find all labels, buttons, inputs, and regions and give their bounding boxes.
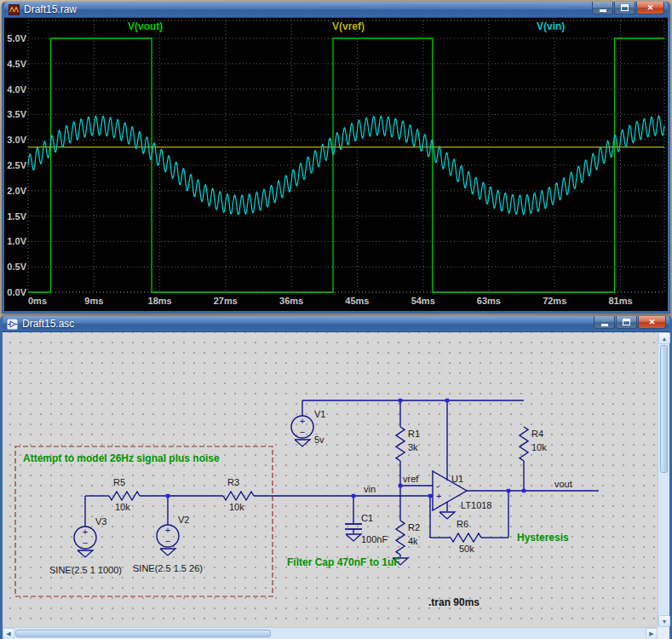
component-R1[interactable]: R13k <box>396 427 420 461</box>
schematic-window-titlebar[interactable]: Draft15.asc ✕ <box>3 316 669 332</box>
y-tick-label: 3.0V <box>7 135 26 145</box>
net-label-vout[interactable]: vout <box>554 479 572 489</box>
value-V3: SINE(2.5 1 1000) <box>49 565 122 575</box>
value-U1: LT1018 <box>461 500 492 510</box>
minimize-icon <box>601 324 608 326</box>
y-tick-label: 4.0V <box>7 84 26 95</box>
schematic-client-area: R13kR24kR410kR510kR310kR650k+−V15v+−V3SI… <box>3 332 669 639</box>
window-controls: ✕ <box>592 2 664 14</box>
close-button[interactable]: ✕ <box>636 2 664 14</box>
wire-junction <box>445 399 449 402</box>
net-label-vref[interactable]: vref <box>403 474 419 484</box>
value-R5: 10k <box>115 502 130 512</box>
horizontal-scrollbar-thumb[interactable] <box>15 630 271 637</box>
legend-V(vout)[interactable]: V(vout) <box>128 20 163 32</box>
close-button[interactable]: ✕ <box>638 316 666 329</box>
scroll-down-icon[interactable]: ▼ <box>658 615 670 627</box>
annotation-text[interactable]: Hysteresis <box>517 532 569 544</box>
horizontal-scrollbar[interactable]: ◀ ▶ <box>3 627 658 639</box>
svg-text:+: + <box>165 525 170 535</box>
y-tick-label: 2.5V <box>7 160 26 170</box>
window-controls: ✕ <box>594 316 666 329</box>
svg-text:+: + <box>436 491 441 501</box>
value-R3: 10k <box>229 502 244 512</box>
value-R2: 4k <box>408 536 418 546</box>
scroll-right-icon[interactable]: ▶ <box>646 628 658 639</box>
waveform-plot-canvas[interactable]: 5.0V4.5V4.0V3.5V3.0V2.5V2.0V1.5V1.0V0.5V… <box>4 18 668 311</box>
wire-junction <box>399 484 402 487</box>
ground-symbol[interactable] <box>439 512 455 519</box>
y-tick-label: 5.0V <box>7 33 26 43</box>
label-R6: R6 <box>457 519 468 529</box>
scroll-up-icon[interactable]: ▲ <box>658 332 670 344</box>
wire-junction <box>507 489 510 492</box>
y-tick-label: 0.5V <box>7 262 26 272</box>
x-tick-label: 18ms <box>148 296 172 306</box>
y-tick-label: 4.5V <box>7 59 26 69</box>
component-R5[interactable]: R510k <box>109 477 140 512</box>
svg-text:−: − <box>300 427 305 437</box>
wire-junction <box>166 494 169 498</box>
wire-junction <box>522 489 526 492</box>
ground-symbol[interactable] <box>295 440 310 446</box>
y-tick-label: 0.0V <box>7 287 26 297</box>
net-label-vin[interactable]: vin <box>364 484 376 494</box>
value-R1: 3k <box>408 442 418 452</box>
annotation-text[interactable]: Attempt to model 26Hz signal plus noise <box>23 452 220 464</box>
svg-text:-: - <box>436 481 439 491</box>
maximize-icon <box>621 4 629 11</box>
x-tick-label: 9ms <box>84 296 103 306</box>
waveform-window-titlebar[interactable]: Draft15.raw ✕ <box>4 2 668 18</box>
label-R5: R5 <box>113 477 125 487</box>
x-tick-label: 54ms <box>411 296 435 306</box>
component-R2[interactable]: R24k <box>396 521 420 555</box>
maximize-icon <box>623 319 630 325</box>
schematic-canvas[interactable]: R13kR24kR410kR510kR310kR650k+−V15v+−V3SI… <box>3 332 658 627</box>
spice-directive[interactable]: .tran 90ms <box>428 596 480 608</box>
ground-symbol[interactable] <box>346 534 361 541</box>
y-tick-label: 1.5V <box>7 211 26 222</box>
value-C1: 100nF <box>361 534 388 544</box>
label-V2: V2 <box>178 515 189 525</box>
scrollbar-corner <box>658 627 669 639</box>
maximize-button[interactable] <box>616 316 637 329</box>
label-U1: U1 <box>451 474 463 484</box>
component-R4[interactable]: R410k <box>520 427 547 461</box>
annotation-text[interactable]: Filter Cap 470nF to 1uF <box>287 556 400 568</box>
legend-V(vin)[interactable]: V(vin) <box>537 20 565 32</box>
label-C1: C1 <box>361 513 373 523</box>
ground-symbol[interactable] <box>160 549 175 556</box>
label-R4: R4 <box>531 429 543 439</box>
x-tick-label: 27ms <box>214 296 238 306</box>
ground-symbol[interactable] <box>78 550 93 557</box>
x-tick-label: 45ms <box>345 296 369 306</box>
vertical-scrollbar[interactable]: ▲ ▼ <box>658 332 669 627</box>
waveform-window: Draft15.raw ✕ 5.0V4.5V4.0V3.5V3.0V2.5V2.… <box>2 2 670 314</box>
component-R6[interactable]: R650k <box>451 519 481 554</box>
x-tick-label: 81ms <box>608 296 632 306</box>
vertical-scrollbar-thumb[interactable] <box>660 345 668 473</box>
label-V3: V3 <box>95 516 106 527</box>
schematic-file-icon <box>7 319 18 330</box>
minimize-button[interactable] <box>592 2 613 14</box>
plot-frame <box>28 20 664 292</box>
schematic-window-title: Draft15.asc <box>22 316 589 332</box>
wire-junction <box>428 494 432 498</box>
waveform-file-icon <box>9 4 20 15</box>
waveform-plot: 5.0V4.5V4.0V3.5V3.0V2.5V2.0V1.5V1.0V0.5V… <box>4 18 668 311</box>
x-tick-label: 36ms <box>279 296 303 306</box>
component-R3[interactable]: R310k <box>223 477 254 512</box>
maximize-button[interactable] <box>614 2 635 14</box>
schematic-drawing: R13kR24kR410kR510kR310kR650k+−V15v+−V3SI… <box>3 332 658 627</box>
wire-junction <box>399 399 402 402</box>
svg-text:+: + <box>300 416 305 426</box>
minimize-button[interactable] <box>594 316 615 329</box>
schematic-window: Draft15.asc ✕ R13kR24kR410kR510kR310kR65… <box>0 316 672 639</box>
svg-text:+: + <box>83 527 88 537</box>
scroll-left-icon[interactable]: ◀ <box>3 628 14 639</box>
label-R3: R3 <box>227 477 239 487</box>
x-tick-label: 63ms <box>477 296 501 306</box>
label-V1: V1 <box>314 409 325 419</box>
x-tick-label: 72ms <box>543 296 566 306</box>
legend-V(vref)[interactable]: V(vref) <box>332 20 365 32</box>
